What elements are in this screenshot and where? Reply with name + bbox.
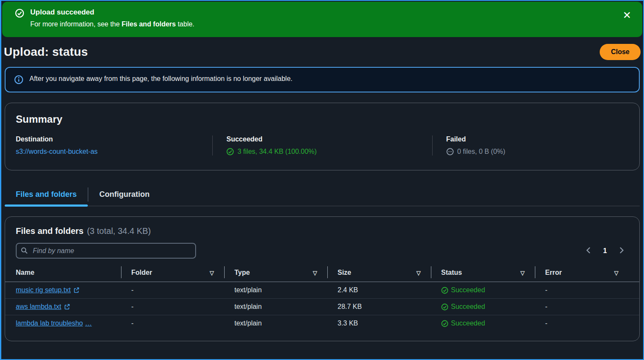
destination-label: Destination (16, 135, 202, 143)
success-check-icon (226, 148, 234, 156)
succeeded-label: Succeeded (226, 135, 421, 143)
files-card-header: Files and folders (3 total, 34.4 KB) (5, 226, 639, 236)
type-cell: text/plain (224, 315, 327, 331)
truncation-ellipsis: … (85, 320, 92, 327)
size-cell: 3.3 KB (327, 315, 431, 331)
column-header-error: Error▽ (535, 265, 629, 282)
files-card-count: (3 total, 34.4 KB) (87, 226, 151, 236)
table-row: lambda lab troublesho… - text/plain 3.3 … (5, 315, 639, 331)
size-cell: 28.7 KB (327, 299, 431, 315)
success-check-icon (441, 320, 448, 327)
info-alert: After you navigate away from this page, … (5, 67, 640, 92)
files-table-header: Name Folder▽ Type▽ Size▽ Status▽ Error▽ (5, 265, 639, 282)
pagination: 1 (585, 246, 629, 256)
flashbar-message-prefix: For more information, see the (30, 20, 121, 28)
file-link[interactable]: music rig setup.txt (16, 286, 80, 294)
filter-icon[interactable]: ▽ (313, 270, 317, 276)
summary-card: Summary Destination s3://words-count-buc… (5, 103, 640, 170)
files-card-title: Files and folders (16, 226, 84, 236)
failed-value: 0 files, 0 B (0%) (457, 148, 505, 156)
chevron-left-icon (585, 246, 593, 256)
summary-destination: Destination s3://words-count-bucket-as (5, 135, 212, 156)
folder-cell: - (121, 299, 224, 315)
column-header-size: Size▽ (327, 265, 431, 282)
column-header-status: Status▽ (431, 265, 535, 282)
flashbar-message-suffix: table. (176, 20, 194, 28)
filter-icon[interactable]: ▽ (614, 270, 618, 276)
table-row: aws lambda.txt - text/plain 28.7 KB Succ… (5, 299, 639, 315)
close-button[interactable]: Close (600, 44, 641, 60)
size-cell: 2.4 KB (327, 282, 431, 298)
close-icon: ✕ (623, 9, 631, 21)
files-and-folders-card: Files and folders (3 total, 34.4 KB) 1 N… (5, 216, 640, 341)
files-table: Name Folder▽ Type▽ Size▽ Status▽ Error▽ … (5, 265, 639, 331)
success-check-icon (441, 287, 448, 294)
info-alert-text: After you navigate away from this page, … (29, 75, 292, 83)
status-cell: Succeeded (431, 315, 535, 331)
file-link[interactable]: aws lambda.txt (16, 303, 70, 311)
column-header-folder: Folder▽ (121, 265, 224, 282)
files-table-body: music rig setup.txt - text/plain 2.4 KB … (5, 282, 639, 331)
flashbar-message-bold: Files and folders (121, 20, 176, 28)
folder-cell: - (121, 282, 224, 298)
status-text: Succeeded (451, 286, 485, 294)
files-controls: 1 (5, 243, 639, 259)
error-cell: - (535, 299, 629, 315)
column-header-name: Name (16, 265, 121, 282)
page-title: Upload: status (4, 45, 88, 59)
column-header-type: Type▽ (224, 265, 327, 282)
chevron-right-icon (617, 246, 625, 256)
failed-label: Failed (446, 135, 629, 143)
info-icon (14, 75, 23, 84)
flashbar-dismiss-button[interactable]: ✕ (623, 10, 631, 20)
flashbar-text: Upload succeeded For more information, s… (30, 7, 618, 30)
external-link-icon (64, 303, 70, 310)
success-flashbar: Upload succeeded For more information, s… (2, 2, 642, 37)
file-link[interactable]: lambda lab troublesho… (16, 320, 92, 327)
status-text: Succeeded (451, 303, 485, 311)
search-box (16, 243, 196, 259)
error-cell: - (535, 315, 629, 331)
filter-icon[interactable]: ▽ (210, 270, 214, 276)
success-check-icon (15, 9, 24, 18)
summary-title: Summary (5, 113, 639, 125)
succeeded-value: 3 files, 34.4 KB (100.00%) (237, 148, 317, 156)
flashbar-title: Upload succeeded (30, 7, 618, 18)
flashbar-message: For more information, see the Files and … (30, 19, 618, 30)
summary-failed: Failed 0 files, 0 B (0%) (432, 135, 639, 156)
search-input[interactable] (16, 243, 196, 259)
tab-configuration[interactable]: Configuration (88, 185, 161, 206)
error-cell: - (535, 282, 629, 298)
status-cell: Succeeded (431, 299, 535, 315)
search-icon (20, 247, 28, 254)
tab-strip: Files and folders Configuration (5, 185, 640, 206)
filter-icon[interactable]: ▽ (416, 270, 421, 276)
summary-succeeded: Succeeded 3 files, 34.4 KB (100.00%) (212, 135, 432, 156)
status-text: Succeeded (451, 320, 485, 327)
success-check-icon (441, 303, 448, 311)
folder-cell: - (121, 315, 224, 331)
previous-page-button[interactable] (585, 246, 593, 256)
table-row: music rig setup.txt - text/plain 2.4 KB … (5, 282, 639, 299)
status-cell: Succeeded (431, 282, 535, 298)
summary-columns: Destination s3://words-count-bucket-as S… (5, 135, 639, 156)
destination-link[interactable]: s3://words-count-bucket-as (16, 148, 98, 156)
external-link-icon (73, 287, 80, 294)
pending-ellipsis-icon (446, 148, 454, 156)
filter-icon[interactable]: ▽ (520, 270, 525, 276)
next-page-button[interactable] (617, 246, 625, 256)
current-page-number[interactable]: 1 (603, 247, 607, 255)
type-cell: text/plain (224, 299, 327, 315)
page-header: Upload: status Close (1, 37, 643, 66)
type-cell: text/plain (224, 282, 327, 298)
tab-files-and-folders[interactable]: Files and folders (5, 185, 88, 206)
